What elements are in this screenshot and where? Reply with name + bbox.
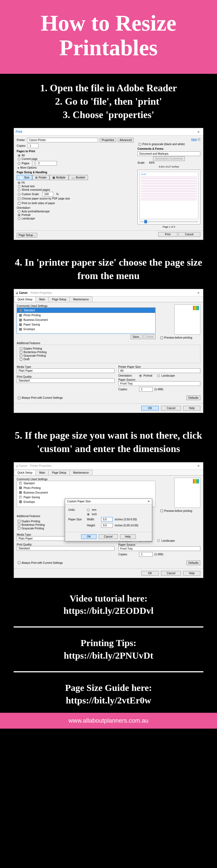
- copies-input[interactable]: 1: [139, 387, 153, 392]
- radio-pages[interactable]: [18, 162, 21, 165]
- radio-landscape[interactable]: [18, 217, 21, 220]
- close-icon[interactable]: ✕: [195, 129, 202, 134]
- check-both-sides[interactable]: [18, 202, 21, 205]
- defaults-button[interactable]: Defaults: [186, 396, 200, 400]
- check-preview-before[interactable]: [160, 336, 163, 339]
- tab-booklet[interactable]: 📖 Booklet: [69, 175, 88, 180]
- additional-features-label: Additional Features: [17, 342, 200, 345]
- radio-current[interactable]: [18, 158, 21, 160]
- comments-select[interactable]: Document and Markups: [137, 151, 200, 156]
- photo-icon: [19, 314, 22, 317]
- modal-cancel-button[interactable]: Cancel: [99, 534, 118, 539]
- sizing-title: Page Sizing & Handling: [17, 171, 134, 174]
- radio-landscape[interactable]: [157, 374, 160, 377]
- cancel-button[interactable]: Cancel: [178, 232, 200, 237]
- radio-all[interactable]: [18, 154, 21, 157]
- cancel-button[interactable]: Cancel: [161, 406, 181, 410]
- step-5: 5. If the page size you want is not ther…: [0, 421, 217, 462]
- custom-paper-modal-overlay: Custom Paper Size ✕ Units: mm inch Paper…: [14, 462, 203, 578]
- properties-button[interactable]: Properties: [100, 138, 116, 143]
- source-select[interactable]: Front Tray: [118, 381, 200, 386]
- page-slider[interactable]: [140, 221, 198, 222]
- tab-poster[interactable]: ⊞ Poster: [32, 175, 50, 180]
- step-4: 4. In 'printer paper size' choose the pa…: [0, 248, 217, 289]
- copies-input[interactable]: 1: [28, 144, 38, 148]
- check-borderless[interactable]: [20, 351, 23, 354]
- copies-range: (1-999): [154, 388, 163, 391]
- help-button[interactable]: Help: [183, 406, 200, 410]
- pages-input[interactable]: 1 - 2: [32, 161, 57, 166]
- printer-select[interactable]: Canon Printer: [27, 138, 98, 143]
- tab-page-setup[interactable]: Page Setup: [49, 297, 70, 302]
- modal-help-button[interactable]: Help: [120, 534, 136, 539]
- canon-dialog-screenshot-2: 🖨 Canon Printer Properties ✕ Quick Setup…: [0, 462, 217, 586]
- radio-inch[interactable]: [87, 513, 90, 516]
- check-draft[interactable]: [20, 358, 23, 361]
- close-icon[interactable]: ✕: [195, 290, 202, 295]
- tips-label: Printing Tips:: [11, 637, 206, 649]
- canon-title-text: 🖨 Canon Printer Properties: [16, 291, 52, 294]
- radio-fit[interactable]: [18, 182, 21, 184]
- modal-ok-button[interactable]: OK: [81, 534, 96, 539]
- tab-maintenance[interactable]: Maintenance: [69, 297, 92, 302]
- divider: [14, 626, 203, 627]
- preview-before-label: Preview before printing: [164, 336, 192, 339]
- ok-button[interactable]: OK: [141, 406, 159, 410]
- media-type-select[interactable]: Plain Paper: [17, 368, 115, 373]
- page-size-guide-block: Page Size Guide here: https://bit.ly/2vt…: [0, 676, 217, 713]
- orientation-label: Orientation:: [118, 374, 137, 377]
- check-grayscale[interactable]: [138, 143, 141, 146]
- tab-main[interactable]: Main: [35, 297, 49, 302]
- advanced-button[interactable]: Advanced: [118, 138, 134, 143]
- close-icon[interactable]: ✕: [148, 500, 150, 503]
- step-1: 1. Open the file in Adobe Reader: [11, 82, 206, 95]
- check-duplex[interactable]: [20, 347, 23, 350]
- list-item: Paper Saving: [17, 322, 155, 327]
- radio-mm[interactable]: [87, 508, 90, 512]
- portrait-label: Portrait: [22, 213, 30, 216]
- radio-shrink[interactable]: [18, 189, 21, 191]
- help-link[interactable]: Help: [191, 138, 197, 141]
- radio-portrait[interactable]: [139, 374, 142, 377]
- summarize-button[interactable]: Summarize Comments: [153, 156, 185, 161]
- list-item: Standard: [17, 308, 155, 313]
- width-input[interactable]: 5.5: [101, 517, 113, 522]
- delete-button[interactable]: Delete: [144, 335, 156, 339]
- height-input[interactable]: 8.5: [101, 523, 113, 528]
- check-always[interactable]: [18, 397, 21, 399]
- settings-listbox[interactable]: Standard Photo Printing Business Documen…: [17, 307, 156, 334]
- hero-line2: Printables: [59, 35, 158, 60]
- step-2: 2. Go to 'file', then 'print': [11, 95, 206, 108]
- save-button[interactable]: Save...: [131, 335, 143, 339]
- radio-auto-orient[interactable]: [18, 210, 21, 213]
- width-label: Width:: [87, 518, 99, 521]
- common-used-label: Commonly Used Settings: [17, 305, 156, 307]
- tips-url: https://bit.ly/2PNUvDt: [11, 649, 206, 662]
- opt-current: Current page: [22, 157, 37, 160]
- width-range: inches (3.50-8.50): [115, 518, 137, 521]
- more-options[interactable]: ▸ More Options: [18, 166, 134, 169]
- comments-forms-title: Comments & Forms: [137, 147, 200, 150]
- actual-label: Actual size: [22, 185, 35, 188]
- radio-actual[interactable]: [18, 185, 21, 188]
- radio-custom-scale[interactable]: [18, 193, 21, 196]
- hero-banner: How to Resize Printables: [0, 0, 217, 74]
- quality-select[interactable]: Standard: [17, 378, 115, 383]
- page-setup-button[interactable]: Page Setup...: [17, 233, 37, 238]
- print-button[interactable]: Print: [158, 232, 178, 237]
- step-3: 3. Choose 'properties': [11, 108, 206, 122]
- radio-portrait[interactable]: [18, 214, 21, 216]
- tab-quick-setup[interactable]: Quick Setup: [14, 297, 36, 302]
- check-grayscale[interactable]: [20, 354, 23, 357]
- check-pdf-size[interactable]: [18, 197, 21, 200]
- custom-scale-input[interactable]: 100: [42, 192, 53, 196]
- preview-time: 10:00: [141, 173, 197, 176]
- tab-multiple[interactable]: ▦ Multiple: [50, 175, 68, 180]
- canon-titlebar: 🖨 Canon Printer Properties ✕: [14, 289, 203, 297]
- tab-size[interactable]: 📄 Size: [17, 175, 32, 180]
- sizing-tabs: 📄 Size ⊞ Poster ▦ Multiple 📖 Booklet: [17, 175, 134, 180]
- canon-tabs: Quick Setup Main Page Setup Maintenance: [14, 297, 203, 302]
- printing-tips-block: Printing Tips: https://bit.ly/2PNUvDt: [0, 631, 217, 668]
- custom-scale-label: Custom Scale:: [22, 193, 39, 196]
- paper-size-select[interactable]: A5: [118, 368, 200, 373]
